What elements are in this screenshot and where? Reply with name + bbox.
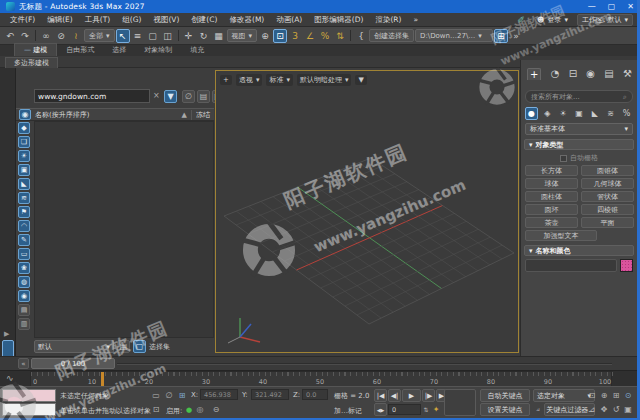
- pan-icon[interactable]: ✥: [598, 403, 610, 415]
- lock-icon[interactable]: ∅: [182, 90, 195, 103]
- rollout-name-color[interactable]: ▾ 名称和颜色: [524, 245, 634, 256]
- display-filter-icon[interactable]: ▥: [18, 318, 30, 330]
- named-sets-icon[interactable]: {: [354, 29, 368, 43]
- current-frame-field[interactable]: 0: [388, 404, 421, 415]
- expand-list-icon[interactable]: ▤: [197, 90, 210, 103]
- zoom-region-icon[interactable]: ⊡: [586, 389, 598, 401]
- viewport-shading-menu[interactable]: 默认明暗处理▾: [297, 74, 352, 86]
- menu-item[interactable]: 编辑(E): [41, 15, 79, 25]
- menu-item[interactable]: 修改器(M): [223, 15, 270, 25]
- y-coordinate-field[interactable]: 321.492: [251, 389, 289, 400]
- select-by-name-icon[interactable]: ≡: [131, 29, 145, 43]
- maximize-viewport-icon[interactable]: ▣: [622, 403, 634, 415]
- textplus-button[interactable]: 加强型文本: [525, 230, 597, 241]
- workspace-selector[interactable]: 工作区: 默认 ▾: [577, 14, 633, 26]
- strip-expand-icon[interactable]: ▶: [4, 330, 9, 338]
- ref-coord-dropdown[interactable]: 视图▾: [227, 29, 258, 42]
- select-object-icon[interactable]: ↖: [116, 29, 130, 43]
- ribbon-tab[interactable]: 自由形式: [57, 44, 103, 56]
- display-filter-icon[interactable]: ❀: [18, 262, 30, 274]
- column-frozen[interactable]: 冻结: [191, 110, 214, 120]
- zoom-extents-icon[interactable]: ⊙: [622, 389, 634, 401]
- display-filter-icon[interactable]: ▣: [18, 164, 30, 176]
- explorer-column-header[interactable]: ◉ 名称(按升序排序) ▲ 冻结: [16, 108, 214, 121]
- create-category-icon[interactable]: ●: [525, 107, 538, 120]
- perspective-viewport[interactable]: + 透视▾ 标准▾ 默认明暗处理▾ ▼ 阳子湖软件园 www.yangzihu.…: [215, 70, 519, 353]
- tab-utilities-icon[interactable]: ⚒: [623, 68, 632, 80]
- unlink-icon[interactable]: ⊘: [54, 29, 68, 43]
- explorer-object-list[interactable]: [34, 121, 214, 338]
- scale-icon[interactable]: ▦: [212, 29, 226, 43]
- track-bar-ruler[interactable]: 0102030405060708090100: [30, 371, 612, 387]
- menu-item[interactable]: 工具(T): [79, 15, 116, 25]
- snap-toggle-icon[interactable]: 3: [288, 29, 302, 43]
- menu-item[interactable]: 文件(F): [4, 15, 41, 25]
- select-manipulate-icon[interactable]: ⊡: [273, 29, 287, 43]
- object-name-field[interactable]: [525, 259, 617, 272]
- display-filter-icon[interactable]: ◍: [18, 276, 30, 288]
- display-filter-icon[interactable]: ◠: [18, 220, 30, 232]
- angle-snap-icon[interactable]: ∠: [303, 29, 317, 43]
- display-filter-icon[interactable]: ◉: [18, 290, 30, 302]
- filter-icon[interactable]: ▼: [164, 90, 177, 103]
- render-setup-icon[interactable]: ◎: [194, 403, 206, 415]
- ribbon-tab[interactable]: 建模: [14, 43, 57, 56]
- sort-ascending-icon[interactable]: ▲: [182, 111, 187, 119]
- viewport-filter-icon[interactable]: ▼: [355, 75, 366, 85]
- selection-set-icon[interactable]: ▢: [133, 340, 146, 353]
- display-filter-icon[interactable]: ✎: [18, 234, 30, 246]
- create-category-icon[interactable]: ◣: [588, 107, 601, 120]
- key-filters-icon[interactable]: ⟓: [532, 403, 544, 415]
- viewport-pov-menu[interactable]: 透视▾: [236, 74, 263, 86]
- move-icon[interactable]: ✛: [182, 29, 196, 43]
- viewport-general-menu[interactable]: +: [220, 75, 232, 85]
- menu-item[interactable]: 创建(C): [185, 15, 223, 25]
- maxscript-listener-pink[interactable]: [2, 389, 56, 402]
- tab-modify-icon[interactable]: ◔: [551, 68, 560, 80]
- adaptive-degradation-icon[interactable]: ⊡: [150, 403, 162, 415]
- tab-polygon-modeling[interactable]: 多边形建模: [5, 57, 58, 68]
- close-button[interactable]: ✕: [627, 2, 634, 11]
- save-icon[interactable]: ⊞: [494, 29, 508, 43]
- clear-search-icon[interactable]: ×: [153, 91, 160, 100]
- field-of-view-icon[interactable]: ⊿: [586, 403, 598, 415]
- xyz-toggle-icon[interactable]: ⊞: [176, 389, 188, 401]
- rollout-object-type[interactable]: ▾ 对象类型: [524, 139, 634, 150]
- login-menu[interactable]: ☻ 登录 ▾: [533, 14, 572, 26]
- spinner-snap-icon[interactable]: ⇅: [333, 29, 347, 43]
- display-toggle-icon[interactable]: ◉: [19, 109, 31, 120]
- z-coordinate-field[interactable]: 0.0: [302, 389, 328, 400]
- previous-key-icon[interactable]: ◀|: [388, 389, 401, 402]
- ribbon-tab[interactable]: 对象绘制: [135, 44, 181, 56]
- x-coordinate-field[interactable]: 456.938: [200, 389, 238, 400]
- play-icon[interactable]: ▶: [402, 389, 421, 402]
- primitive-button[interactable]: 管状体: [581, 191, 634, 202]
- trash-icon[interactable]: ▤: [117, 340, 130, 353]
- key-mode-icon[interactable]: ◀▶: [374, 403, 387, 416]
- primitive-button[interactable]: 圆锥体: [581, 165, 634, 176]
- primitive-button[interactable]: 几何球体: [581, 178, 634, 189]
- toolbar-overflow-icon[interactable]: »: [509, 29, 523, 43]
- create-category-icon[interactable]: ≋: [604, 107, 617, 120]
- time-caret[interactable]: [101, 372, 104, 387]
- tab-hierarchy-icon[interactable]: ⊟: [569, 68, 577, 80]
- zoom-all-icon[interactable]: ⊞: [610, 389, 622, 401]
- rotate-icon[interactable]: ↻: [197, 29, 211, 43]
- zoom-icon[interactable]: ⊕: [598, 389, 610, 401]
- primitive-button[interactable]: 圆环: [525, 204, 578, 215]
- primitive-button[interactable]: 长方体: [525, 165, 578, 176]
- auto-key-button[interactable]: 自动关键点: [480, 389, 530, 402]
- checkbox-icon[interactable]: [560, 155, 567, 162]
- explorer-search-input[interactable]: www.gndown.com: [34, 89, 150, 103]
- selection-filter-dropdown[interactable]: 全部▾: [84, 29, 115, 42]
- next-key-icon[interactable]: |▶: [422, 389, 435, 402]
- create-category-icon[interactable]: %: [620, 107, 633, 120]
- time-slider-groove[interactable]: [117, 363, 612, 365]
- menu-item[interactable]: 动画(A): [270, 15, 308, 25]
- primitive-button[interactable]: 平面: [581, 217, 634, 228]
- display-filter-icon[interactable]: ❏: [18, 136, 30, 148]
- tab-motion-icon[interactable]: ◉: [586, 68, 595, 80]
- layer-dropdown[interactable]: 默认 ▾: [34, 340, 114, 353]
- display-filter-icon[interactable]: ◣: [18, 178, 30, 190]
- object-color-swatch[interactable]: [620, 259, 633, 272]
